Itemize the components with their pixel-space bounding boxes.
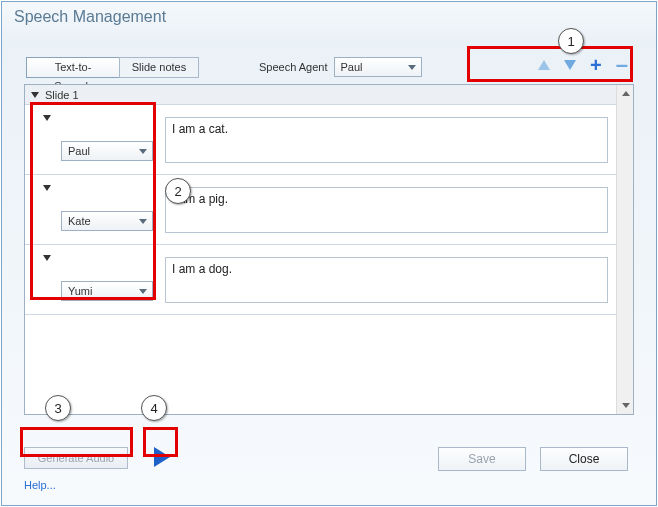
- annotation-balloon: 3: [45, 395, 71, 421]
- speech-agent-group: Speech Agent Paul: [259, 57, 422, 77]
- annotation-balloon: 2: [165, 178, 191, 204]
- speech-text-input[interactable]: [165, 187, 608, 233]
- speech-entry: Kate: [25, 175, 616, 245]
- chevron-down-icon: [31, 92, 39, 98]
- speech-entry: Paul: [25, 105, 616, 175]
- voice-select[interactable]: Yumi: [61, 281, 153, 301]
- speech-management-window: Speech Management Text-to-Speech Slide n…: [1, 1, 657, 506]
- chevron-down-icon[interactable]: [43, 185, 51, 191]
- play-button[interactable]: [150, 445, 174, 469]
- speech-text-input[interactable]: [165, 257, 608, 303]
- move-down-icon[interactable]: [564, 60, 576, 70]
- toolbar: Text-to-Speech Slide notes Speech Agent …: [26, 55, 634, 79]
- remove-icon[interactable]: –: [616, 56, 628, 74]
- save-button[interactable]: Save: [438, 447, 526, 471]
- chevron-down-icon[interactable]: [43, 255, 51, 261]
- tab-text-to-speech[interactable]: Text-to-Speech: [26, 57, 120, 78]
- move-up-icon[interactable]: [538, 60, 550, 70]
- window-title: Speech Management: [2, 2, 656, 36]
- speech-agent-select[interactable]: Paul: [334, 57, 422, 77]
- speech-agent-label: Speech Agent: [259, 61, 328, 73]
- scroll-down-icon[interactable]: [617, 397, 634, 414]
- play-icon: [154, 447, 170, 467]
- annotation-balloon: 4: [141, 395, 167, 421]
- entries-scroll: Slide 1 Paul Kate Yumi: [25, 85, 633, 414]
- close-button[interactable]: Close: [540, 447, 628, 471]
- entries-panel: Slide 1 Paul Kate Yumi: [24, 84, 634, 415]
- generate-audio-button[interactable]: Generate Audio: [24, 447, 128, 469]
- voice-select[interactable]: Kate: [61, 211, 153, 231]
- scroll-up-icon[interactable]: [617, 85, 634, 102]
- add-icon[interactable]: +: [590, 56, 602, 74]
- bottom-bar: Generate Audio Help... Save Close: [22, 429, 636, 491]
- entries-list: Paul Kate Yumi: [25, 105, 616, 315]
- vertical-scrollbar[interactable]: [616, 85, 633, 414]
- order-controls: + –: [532, 53, 634, 77]
- speech-entry: Yumi: [25, 245, 616, 315]
- tab-slide-notes[interactable]: Slide notes: [119, 57, 199, 78]
- speech-text-input[interactable]: [165, 117, 608, 163]
- annotation-balloon: 1: [558, 28, 584, 54]
- chevron-down-icon[interactable]: [43, 115, 51, 121]
- help-link[interactable]: Help...: [24, 479, 56, 491]
- mode-tabs: Text-to-Speech Slide notes: [26, 57, 199, 78]
- slide-header[interactable]: Slide 1: [25, 85, 633, 105]
- voice-select[interactable]: Paul: [61, 141, 153, 161]
- slide-header-label: Slide 1: [45, 89, 79, 101]
